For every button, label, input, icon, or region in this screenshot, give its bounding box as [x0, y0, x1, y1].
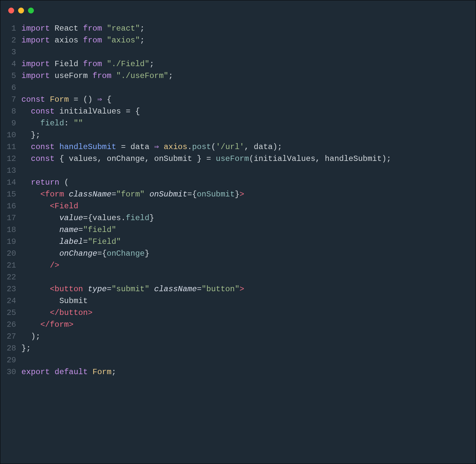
code-content[interactable]: <button type="submit" className="button"…: [21, 283, 476, 295]
code-content[interactable]: Submit: [21, 295, 476, 307]
code-content[interactable]: </button>: [21, 307, 476, 319]
code-content[interactable]: };: [21, 343, 476, 354]
code-line[interactable]: 18 name="field": [0, 224, 476, 236]
token-tag: </button>: [50, 308, 93, 317]
code-line[interactable]: 15 <form className="form" onSubmit={onSu…: [0, 189, 476, 200]
token-str: "./useForm": [116, 71, 168, 80]
line-number: 11: [0, 141, 21, 153]
code-content[interactable]: import Field from "./Field";: [21, 58, 476, 70]
code-content[interactable]: <form className="form" onSubmit={onSubmi…: [21, 189, 476, 200]
token-id: [55, 142, 59, 151]
code-content[interactable]: name="field": [21, 224, 476, 236]
code-content[interactable]: value={values.field}: [21, 212, 476, 224]
token-pun: ,: [315, 154, 325, 163]
code-line[interactable]: 3: [0, 46, 476, 58]
code-content[interactable]: <Field: [21, 200, 476, 212]
code-line[interactable]: 4import Field from "./Field";: [0, 58, 476, 70]
token-id: [149, 285, 154, 294]
code-content[interactable]: onChange={onChange}: [21, 248, 476, 260]
token-prop: onChange: [107, 249, 145, 258]
code-content[interactable]: );: [21, 331, 476, 343]
code-content[interactable]: import useForm from "./useForm";: [21, 70, 476, 82]
code-line[interactable]: 27 );: [0, 331, 476, 343]
token-str: "Field": [88, 237, 121, 246]
code-content[interactable]: [21, 46, 476, 58]
code-content[interactable]: field: "": [21, 117, 476, 129]
code-line[interactable]: 5import useForm from "./useForm";: [0, 70, 476, 82]
token-id: [55, 154, 59, 163]
token-id: handleSubmit: [325, 154, 382, 163]
code-line[interactable]: 13: [0, 165, 476, 177]
token-id: [93, 95, 97, 104]
code-content[interactable]: return (: [21, 177, 476, 189]
window-titlebar: [0, 0, 476, 17]
code-content[interactable]: const Form = () ⇒ {: [21, 94, 476, 106]
code-content[interactable]: const { values, onChange, onSubmit } = u…: [21, 153, 476, 165]
code-line[interactable]: 23 <button type="submit" className="butt…: [0, 283, 476, 295]
code-line[interactable]: 24 Submit: [0, 295, 476, 307]
code-line[interactable]: 19 label="Field": [0, 236, 476, 248]
code-line[interactable]: 11 const handleSubmit = data ⇒ axios.pos…: [0, 141, 476, 153]
code-line[interactable]: 28};: [0, 343, 476, 354]
close-icon[interactable]: [8, 8, 14, 13]
line-number: 2: [0, 35, 21, 46]
code-content[interactable]: [21, 165, 476, 177]
code-line[interactable]: 20 onChange={onChange}: [0, 248, 476, 260]
code-line[interactable]: 9 field: "": [0, 117, 476, 129]
token-tag: </form>: [40, 320, 74, 329]
code-line[interactable]: 29: [0, 354, 476, 366]
token-pun: ;: [169, 71, 173, 80]
code-line[interactable]: 12 const { values, onChange, onSubmit } …: [0, 153, 476, 165]
token-const: Form: [50, 95, 69, 104]
token-tag: >: [240, 285, 244, 294]
code-line[interactable]: 10 };: [0, 129, 476, 141]
code-content[interactable]: [21, 271, 476, 283]
token-pun: =: [206, 154, 211, 163]
token-prop: field: [126, 214, 149, 222]
line-number: 24: [0, 295, 21, 307]
token-pun: );: [31, 332, 40, 341]
code-editor[interactable]: 1import React from "react";2import axios…: [0, 17, 476, 378]
code-line[interactable]: 6: [0, 82, 476, 94]
code-content[interactable]: </form>: [21, 319, 476, 331]
token-id: [21, 154, 31, 163]
code-content[interactable]: label="Field": [21, 236, 476, 248]
token-attr: className: [154, 285, 197, 294]
code-content[interactable]: const initialValues = {: [21, 106, 476, 117]
token-kw: from: [83, 24, 102, 33]
code-content[interactable]: };: [21, 129, 476, 141]
line-number: 30: [0, 366, 21, 378]
token-id: useForm: [50, 71, 93, 80]
maximize-icon[interactable]: [28, 8, 34, 13]
code-line[interactable]: 17 value={values.field}: [0, 212, 476, 224]
code-line[interactable]: 2import axios from "axios";: [0, 35, 476, 46]
token-str: '/url': [216, 142, 244, 151]
token-id: [21, 320, 40, 329]
code-content[interactable]: [21, 82, 476, 94]
code-content[interactable]: import axios from "axios";: [21, 35, 476, 46]
line-number: 17: [0, 212, 21, 224]
code-content[interactable]: />: [21, 260, 476, 271]
token-id: [21, 119, 40, 128]
code-line[interactable]: 8 const initialValues = {: [0, 106, 476, 117]
token-kw: import: [21, 60, 50, 68]
code-content[interactable]: import React from "react";: [21, 23, 476, 35]
code-line[interactable]: 14 return (: [0, 177, 476, 189]
code-line[interactable]: 30export default Form;: [0, 366, 476, 378]
code-line[interactable]: 1import React from "react";: [0, 23, 476, 35]
code-content[interactable]: [21, 354, 476, 366]
code-line[interactable]: 7const Form = () ⇒ {: [0, 94, 476, 106]
token-pun: =: [97, 249, 102, 258]
code-line[interactable]: 16 <Field: [0, 200, 476, 212]
code-line[interactable]: 25 </button>: [0, 307, 476, 319]
token-id: [88, 368, 93, 376]
minimize-icon[interactable]: [18, 8, 24, 13]
line-number: 3: [0, 46, 21, 58]
token-pun: =: [73, 95, 78, 104]
code-line[interactable]: 26 </form>: [0, 319, 476, 331]
code-content[interactable]: export default Form;: [21, 366, 476, 378]
code-line[interactable]: 21 />: [0, 260, 476, 271]
code-content[interactable]: const handleSubmit = data ⇒ axios.post('…: [21, 141, 476, 153]
code-line[interactable]: 22: [0, 271, 476, 283]
token-id: [112, 71, 116, 80]
